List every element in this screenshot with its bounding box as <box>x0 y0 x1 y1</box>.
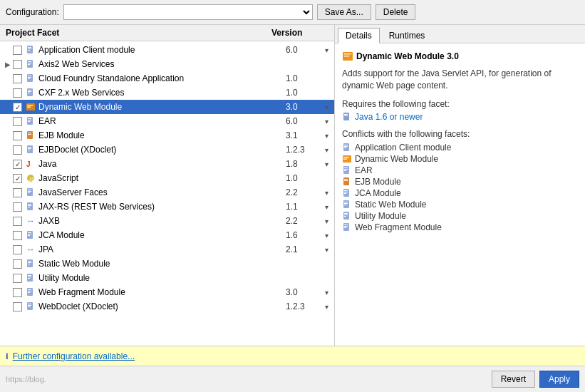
svg-rect-90 <box>344 205 346 205</box>
checkbox-ear[interactable] <box>13 117 22 126</box>
facet-row-jpa[interactable]: ↔JPA2.1▾ <box>0 242 334 257</box>
facet-row-cxf[interactable]: CXF 2.x Web Services1.0 <box>0 86 334 100</box>
version-dropdown-ejb[interactable]: ▾ <box>321 132 331 140</box>
svg-rect-76 <box>343 166 349 174</box>
version-dropdown-ejbdoclet[interactable]: ▾ <box>321 146 331 154</box>
svg-rect-24 <box>28 133 31 133</box>
conflict-item: Static Web Module <box>342 199 578 210</box>
facets-header: Project Facet Version <box>0 25 334 41</box>
checkbox-utility[interactable] <box>13 274 22 283</box>
expand-icon-cxf <box>3 88 13 98</box>
facet-row-ejbdoclet[interactable]: EJBDoclet (XDoclet)1.2.3▾ <box>0 143 334 157</box>
svg-rect-91 <box>343 212 349 220</box>
facet-row-ear[interactable]: EAR6.0▾ <box>0 114 334 128</box>
version-dropdown-ear[interactable]: ▾ <box>321 118 331 125</box>
facet-row-ejb[interactable]: EJB Module3.1▾ <box>0 128 334 143</box>
svg-rect-60 <box>28 304 31 304</box>
svg-rect-62 <box>28 306 30 307</box>
facet-row-cloud-foundry[interactable]: Cloud Foundry Standalone Application1.0 <box>0 71 334 86</box>
revert-button[interactable]: Revert <box>492 371 535 388</box>
checkbox-java[interactable] <box>13 160 22 169</box>
checkbox-webdoclet[interactable] <box>13 302 22 311</box>
facet-row-utility[interactable]: Utility Module <box>0 271 334 285</box>
facet-version-web-fragment: 3.0 <box>286 287 321 297</box>
svg-rect-37 <box>27 202 33 210</box>
facet-name-jax-rs: JAX-RS (REST Web Services) <box>38 202 286 212</box>
version-dropdown-jpa[interactable]: ▾ <box>321 246 331 254</box>
apply-button[interactable]: Apply <box>539 371 579 388</box>
expand-icon-ejbdoclet <box>3 145 13 155</box>
checkbox-javaserver-faces[interactable] <box>13 188 22 197</box>
checkbox-cxf[interactable] <box>13 88 22 98</box>
svg-rect-59 <box>27 302 33 310</box>
checkbox-jca[interactable] <box>13 231 22 240</box>
checkbox-cloud-foundry[interactable] <box>13 74 22 83</box>
version-dropdown-java[interactable]: ▾ <box>321 160 331 168</box>
checkbox-ejb[interactable] <box>13 131 22 140</box>
facet-row-webdoclet[interactable]: WebDoclet (XDoclet)1.2.3▾ <box>0 299 334 314</box>
svg-rect-49 <box>28 262 31 263</box>
facet-name-jca: JCA Module <box>38 230 286 240</box>
checkbox-javascript[interactable] <box>13 174 22 183</box>
facet-row-javascript[interactable]: JSJavaScript1.0 <box>0 171 334 185</box>
svg-rect-8 <box>27 74 33 82</box>
conflict-item: EAR <box>342 165 578 176</box>
expand-icon-axis2[interactable]: ▶ <box>3 59 13 69</box>
save-as-button[interactable]: Save As... <box>317 4 371 20</box>
version-dropdown-webdoclet[interactable]: ▾ <box>321 303 331 311</box>
facet-row-web-fragment[interactable]: Web Fragment Module3.0▾ <box>0 285 334 299</box>
tab-details[interactable]: Details <box>338 28 380 43</box>
facet-row-java[interactable]: JJava1.8▾ <box>0 157 334 171</box>
conflict-name-1: Dynamic Web Module <box>355 154 438 164</box>
svg-rect-58 <box>28 292 30 293</box>
requires-link[interactable]: Java 1.6 or newer <box>342 112 578 123</box>
svg-rect-87 <box>343 200 349 208</box>
svg-rect-74 <box>343 157 349 158</box>
facet-row-jca[interactable]: JCA Module1.6▾ <box>0 228 334 242</box>
version-dropdown-app-client[interactable]: ▾ <box>321 46 331 54</box>
conflicts-label: Conflicts with the following facets: <box>342 129 578 139</box>
version-dropdown-jaxb[interactable]: ▾ <box>321 217 331 225</box>
checkbox-dynamic-web[interactable] <box>13 103 22 112</box>
config-select[interactable] <box>63 4 313 20</box>
svg-rect-66 <box>343 113 349 120</box>
svg-rect-22 <box>28 121 30 122</box>
facet-row-javaserver-faces[interactable]: JavaServer Faces2.2▾ <box>0 185 334 200</box>
delete-button[interactable]: Delete <box>376 4 416 20</box>
svg-rect-84 <box>344 190 348 191</box>
facet-row-dynamic-web[interactable]: Dynamic Web Module3.0▾ <box>0 100 334 114</box>
checkbox-jax-rs[interactable] <box>13 202 22 212</box>
checkbox-app-client[interactable] <box>13 46 22 55</box>
version-dropdown-dynamic-web[interactable]: ▾ <box>321 103 331 111</box>
facet-row-axis2[interactable]: ▶Axis2 Web Services <box>0 57 334 71</box>
further-config-link[interactable]: Further configuration available... <box>13 351 135 361</box>
version-dropdown-jax-rs[interactable]: ▾ <box>321 203 331 211</box>
facet-name-javaserver-faces: JavaServer Faces <box>38 187 286 197</box>
checkbox-ejbdoclet[interactable] <box>13 145 22 155</box>
tab-runtimes[interactable]: Runtimes <box>381 28 433 43</box>
facet-row-app-client[interactable]: Application Client module6.0▾ <box>0 43 334 57</box>
checkbox-web-fragment[interactable] <box>13 288 22 297</box>
facet-row-jax-rs[interactable]: JAX-RS (REST Web Services)1.1▾ <box>0 200 334 214</box>
facet-icon-javaserver-faces <box>25 187 36 198</box>
svg-rect-51 <box>27 274 33 282</box>
version-dropdown-javaserver-faces[interactable]: ▾ <box>321 189 331 197</box>
checkbox-jaxb[interactable] <box>13 217 22 226</box>
svg-rect-75 <box>343 159 347 160</box>
facet-row-jaxb[interactable]: ↔JAXB2.2▾ <box>0 214 334 228</box>
version-dropdown-web-fragment[interactable]: ▾ <box>321 289 331 296</box>
svg-rect-23 <box>27 131 33 139</box>
facet-row-static-web[interactable]: Static Web Module <box>0 257 334 271</box>
svg-text:JS: JS <box>29 176 35 182</box>
checkbox-static-web[interactable] <box>13 259 22 269</box>
svg-rect-88 <box>344 202 348 202</box>
checkbox-jpa[interactable] <box>13 245 22 254</box>
conflict-name-2: EAR <box>355 165 373 175</box>
facet-name-cloud-foundry: Cloud Foundry Standalone Application <box>38 73 286 83</box>
facet-icon-dynamic-web <box>25 101 36 113</box>
checkbox-axis2[interactable] <box>13 60 22 69</box>
facet-name-java: Java <box>38 159 286 169</box>
tabs-row: Details Runtimes <box>335 25 585 43</box>
svg-rect-69 <box>343 143 349 151</box>
version-dropdown-jca[interactable]: ▾ <box>321 232 331 239</box>
